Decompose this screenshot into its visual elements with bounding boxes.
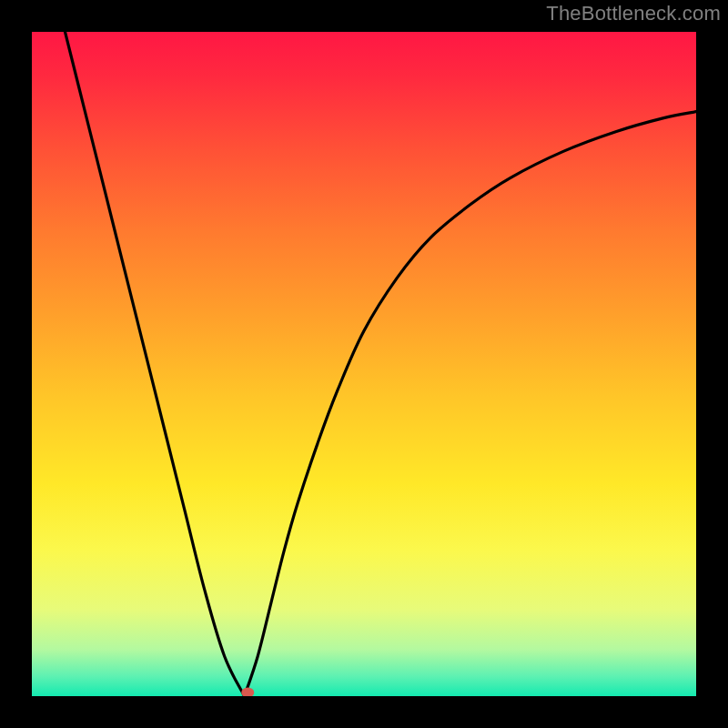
chart-frame: TheBottleneck.com (0, 0, 728, 728)
bottleneck-curve-chart (32, 32, 696, 696)
plot-area (32, 32, 696, 696)
watermark-text: TheBottleneck.com (546, 2, 721, 25)
gradient-background (32, 32, 696, 696)
